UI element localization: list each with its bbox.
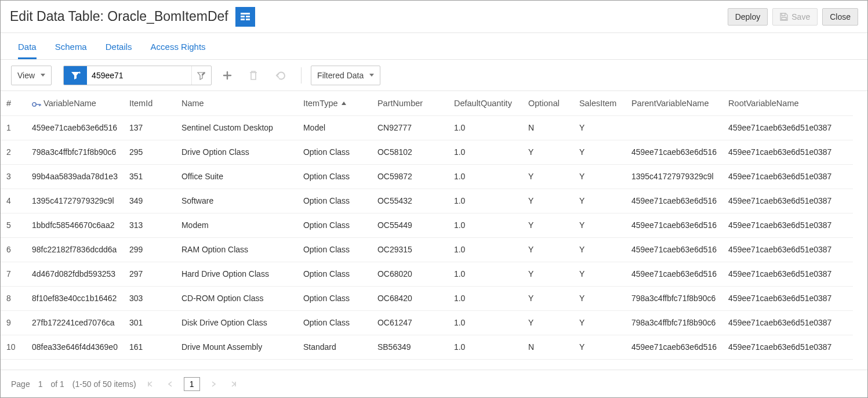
cell-itemid[interactable]: 295 (124, 140, 176, 164)
cell-idx[interactable]: 4 (1, 189, 26, 213)
tab-access-rights[interactable]: Access Rights (151, 36, 206, 59)
cell-name[interactable]: Drive Mount Assembly (176, 335, 297, 359)
filter-edit-button[interactable] (191, 66, 211, 85)
col-header-name[interactable]: Name (176, 91, 297, 115)
cell-parentvariablename[interactable]: 459ee71caeb63e6d516 (626, 335, 722, 359)
filter-button[interactable]: + (64, 66, 87, 85)
cell-salesitem[interactable]: Y (573, 189, 626, 213)
cell-parentvariablename[interactable] (626, 115, 722, 140)
col-header-salesitem[interactable]: SalesItem (573, 91, 626, 115)
cell-defaultquantity[interactable]: 1.0 (448, 164, 522, 189)
table-row[interactable]: 88f10ef83e40cc1b16462303CD-ROM Option Cl… (1, 286, 853, 310)
cell-rootvariablename[interactable]: 459ee71caeb63e6d51e0387 (722, 335, 853, 359)
close-button[interactable]: Close (822, 8, 858, 26)
cell-partnumber[interactable]: OC59872 (372, 164, 448, 189)
cell-optional[interactable]: Y (522, 189, 573, 213)
cell-salesitem[interactable]: Y (573, 262, 626, 286)
undo-button[interactable] (268, 66, 292, 85)
cell-itemid[interactable]: 299 (124, 237, 176, 262)
cell-rootvariablename[interactable]: 459ee71caeb63e6d51e0387 (722, 286, 853, 310)
col-header-index[interactable]: # (1, 91, 26, 115)
cell-optional[interactable]: Y (522, 237, 573, 262)
cell-itemtype[interactable]: Option Class (297, 237, 372, 262)
cell-idx[interactable]: 2 (1, 140, 26, 164)
cell-parentvariablename[interactable]: 798a3c4ffbfc71f8b90c6 (626, 286, 722, 310)
cell-name[interactable]: RAM Option Class (176, 237, 297, 262)
cell-itemtype[interactable]: Standard (297, 335, 372, 359)
cell-optional[interactable]: N (522, 335, 573, 359)
cell-defaultquantity[interactable]: 1.0 (448, 213, 522, 237)
cell-itemid[interactable]: 161 (124, 335, 176, 359)
table-row[interactable]: 927fb172241ced7076ca301Disk Drive Option… (1, 310, 853, 335)
deploy-button[interactable]: Deploy (728, 8, 768, 26)
cell-name[interactable]: Disk Drive Option Class (176, 310, 297, 335)
pager-input[interactable] (184, 377, 200, 391)
cell-parentvariablename[interactable]: 459ee71caeb63e6d516 (626, 140, 722, 164)
cell-variablename[interactable]: 98fc22182f7836dcdd6a (26, 237, 124, 262)
cell-itemid[interactable]: 137 (124, 115, 176, 140)
cell-variablename[interactable]: 08fea33e646f4d4369e0 (26, 335, 124, 359)
cell-itemtype[interactable]: Option Class (297, 286, 372, 310)
view-dropdown[interactable]: View (11, 66, 52, 85)
cell-variablename[interactable]: 1395c41727979329c9l (26, 189, 124, 213)
cell-parentvariablename[interactable]: 1395c41727979329c9l (626, 164, 722, 189)
cell-rootvariablename[interactable]: 459ee71caeb63e6d51e0387 (722, 213, 853, 237)
filtered-data-dropdown[interactable]: Filtered Data (311, 66, 380, 85)
cell-defaultquantity[interactable]: 1.0 (448, 189, 522, 213)
cell-name[interactable]: Drive Option Class (176, 140, 297, 164)
cell-partnumber[interactable]: OC68020 (372, 262, 448, 286)
cell-partnumber[interactable]: OC55449 (372, 213, 448, 237)
col-header-itemid[interactable]: ItemId (124, 91, 176, 115)
cell-idx[interactable]: 5 (1, 213, 26, 237)
cell-salesitem[interactable]: Y (573, 213, 626, 237)
cell-parentvariablename[interactable]: 459ee71caeb63e6d516 (626, 189, 722, 213)
cell-itemtype[interactable]: Option Class (297, 213, 372, 237)
cell-salesitem[interactable]: Y (573, 115, 626, 140)
cell-idx[interactable]: 6 (1, 237, 26, 262)
cell-name[interactable]: Software (176, 189, 297, 213)
cell-rootvariablename[interactable]: 459ee71caeb63e6d51e0387 (722, 140, 853, 164)
cell-salesitem[interactable]: Y (573, 164, 626, 189)
table-row[interactable]: 41395c41727979329c9l349SoftwareOption Cl… (1, 189, 853, 213)
pager-prev-button[interactable] (164, 378, 176, 390)
cell-name[interactable]: Modem (176, 213, 297, 237)
cell-optional[interactable]: Y (522, 140, 573, 164)
cell-variablename[interactable]: 99b4aa5839ada78d1e3 (26, 164, 124, 189)
cell-parentvariablename[interactable]: 459ee71caeb63e6d516 (626, 213, 722, 237)
cell-defaultquantity[interactable]: 1.0 (448, 335, 522, 359)
cell-name[interactable]: Hard Drive Option Class (176, 262, 297, 286)
filter-input[interactable] (87, 66, 191, 85)
cell-idx[interactable]: 10 (1, 335, 26, 359)
cell-optional[interactable]: Y (522, 286, 573, 310)
cell-salesitem[interactable]: Y (573, 140, 626, 164)
cell-optional[interactable]: Y (522, 310, 573, 335)
cell-idx[interactable]: 7 (1, 262, 26, 286)
table-row[interactable]: 698fc22182f7836dcdd6a299RAM Option Class… (1, 237, 853, 262)
cell-itemtype[interactable]: Option Class (297, 310, 372, 335)
cell-itemid[interactable]: 351 (124, 164, 176, 189)
cell-variablename[interactable]: 798a3c4ffbfc71f8b90c6 (26, 140, 124, 164)
cell-optional[interactable]: Y (522, 213, 573, 237)
cell-salesitem[interactable]: Y (573, 237, 626, 262)
cell-itemtype[interactable]: Option Class (297, 189, 372, 213)
cell-partnumber[interactable]: SB56349 (372, 335, 448, 359)
cell-optional[interactable]: N (522, 115, 573, 140)
cell-partnumber[interactable]: OC61247 (372, 310, 448, 335)
col-header-defaultquantity[interactable]: DefaultQuantity (448, 91, 522, 115)
cell-itemid[interactable]: 303 (124, 286, 176, 310)
cell-itemtype[interactable]: Option Class (297, 262, 372, 286)
pager-next-button[interactable] (208, 378, 220, 390)
col-header-parentvariablename[interactable]: ParentVariableName (626, 91, 722, 115)
cell-parentvariablename[interactable]: 798a3c4ffbfc71f8b90c6 (626, 310, 722, 335)
cell-name[interactable]: Sentinel Custom Desktop (176, 115, 297, 140)
table-row[interactable]: 51bbdfc58546670c6aa2313ModemOption Class… (1, 213, 853, 237)
cell-itemtype[interactable]: Option Class (297, 164, 372, 189)
cell-itemid[interactable]: 313 (124, 213, 176, 237)
cell-rootvariablename[interactable]: 459ee71caeb63e6d51e0387 (722, 115, 853, 140)
cell-salesitem[interactable]: Y (573, 286, 626, 310)
cell-rootvariablename[interactable]: 459ee71caeb63e6d51e0387 (722, 237, 853, 262)
col-header-variablename[interactable]: VariableName (26, 91, 124, 115)
col-header-partnumber[interactable]: PartNumber (372, 91, 448, 115)
pager-first-button[interactable] (144, 378, 156, 390)
cell-rootvariablename[interactable]: 459ee71caeb63e6d51e0387 (722, 189, 853, 213)
